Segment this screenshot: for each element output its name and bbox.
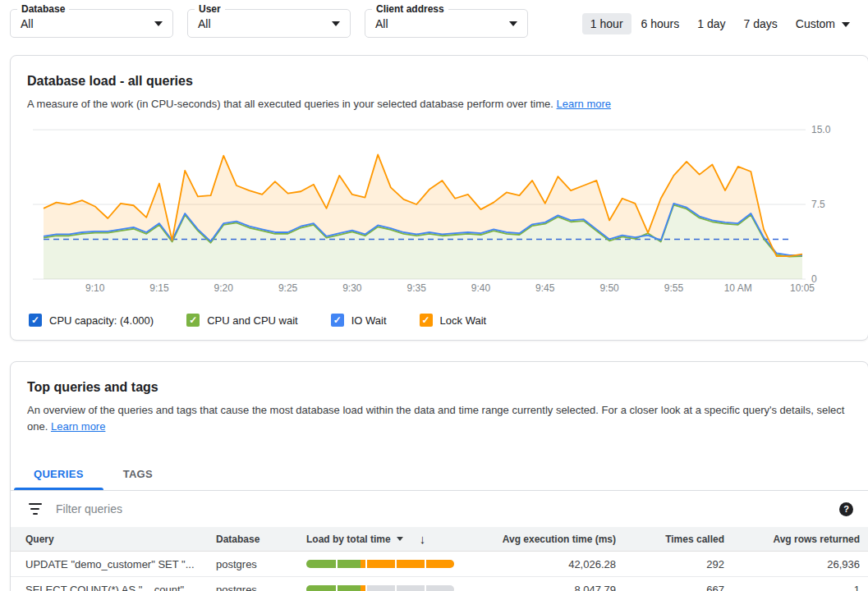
avg-exec-cell: 42,026.28 (480, 558, 616, 570)
chevron-down-icon (154, 21, 163, 26)
checkbox-lock-wait[interactable]: ✓ (420, 314, 433, 327)
legend-lock-wait-label: Lock Wait (440, 314, 487, 327)
svg-text:9:20: 9:20 (214, 282, 234, 294)
filter-queries-input[interactable] (56, 502, 839, 515)
col-header-load-label: Load by total time (306, 534, 391, 545)
client-address-select-value: All (375, 17, 388, 30)
legend-cpu-capacity-label: CPU capacity: (4.000) (49, 314, 154, 327)
col-header-avg-exec[interactable]: Avg execution time (ms) (480, 534, 616, 545)
svg-text:15.0: 15.0 (811, 124, 831, 135)
tab-tags[interactable]: TAGS (103, 458, 172, 490)
col-header-times-called[interactable]: Times called (616, 534, 724, 545)
chevron-down-icon (332, 21, 340, 26)
user-select[interactable]: User All (187, 9, 351, 38)
load-card-description: A measure of the work (in CPU-seconds) t… (27, 96, 852, 112)
tab-bar: QUERIES TAGS (11, 458, 868, 491)
time-range-1-day[interactable]: 1 day (689, 13, 733, 34)
svg-text:9:45: 9:45 (535, 282, 555, 294)
load-cell (306, 560, 480, 568)
legend-cpu-capacity[interactable]: ✓ CPU capacity: (4.000) (29, 314, 154, 327)
database-cell: postgres (216, 584, 306, 591)
database-select-label: Database (17, 3, 69, 15)
tab-queries[interactable]: QUERIES (14, 458, 103, 490)
svg-text:9:50: 9:50 (599, 282, 619, 294)
load-bar-green (306, 560, 361, 568)
svg-text:9:40: 9:40 (471, 282, 491, 294)
chart-legend: ✓ CPU capacity: (4.000) ✓ CPU and CPU wa… (29, 314, 868, 327)
queries-card-description-text: An overview of the queries and tags that… (27, 404, 844, 433)
checkbox-io-wait[interactable]: ✓ (331, 314, 344, 327)
col-header-query[interactable]: Query (25, 534, 216, 545)
avg-exec-cell: 8,047.79 (480, 584, 616, 591)
load-learn-more-link[interactable]: Learn more (557, 98, 611, 110)
query-cell: UPDATE "demo_customer" SET "... (25, 558, 216, 570)
client-address-select-label: Client address (372, 3, 448, 15)
legend-cpu-and-cpu-wait-label: CPU and CPU wait (207, 314, 298, 327)
filter-list-icon (29, 503, 44, 515)
table-header: Query Database Load by total time ↓ Avg … (11, 527, 868, 552)
queries-card-description: An overview of the queries and tags that… (27, 402, 852, 435)
times-called-cell: 292 (616, 558, 724, 570)
chevron-down-icon (509, 21, 517, 26)
svg-text:9:55: 9:55 (664, 282, 684, 294)
database-cell: postgres (216, 558, 306, 570)
table-body: UPDATE "demo_customer" SET "... postgres… (11, 552, 868, 591)
table-row[interactable]: SELECT COUNT(*) AS "__count" ... postgre… (11, 577, 868, 591)
help-icon[interactable]: ? (839, 502, 853, 516)
col-header-avg-rows[interactable]: Avg rows returned (724, 534, 860, 545)
svg-text:9:30: 9:30 (342, 282, 362, 294)
database-select-value: All (21, 17, 34, 30)
top-queries-card: Top queries and tags An overview of the … (10, 361, 868, 591)
load-card-description-text: A measure of the work (in CPU-seconds) t… (27, 98, 553, 110)
time-range-7-days[interactable]: 7 days (736, 13, 786, 34)
times-called-cell: 667 (616, 584, 724, 591)
svg-text:7.5: 7.5 (811, 199, 825, 210)
queries-learn-more-link[interactable]: Learn more (51, 420, 105, 433)
legend-lock-wait[interactable]: ✓ Lock Wait (420, 314, 487, 327)
col-header-database[interactable]: Database (216, 534, 306, 545)
queries-card-title: Top queries and tags (27, 380, 852, 395)
load-bar (306, 560, 454, 568)
query-cell: SELECT COUNT(*) AS "__count" ... (25, 584, 216, 591)
load-chart: 07.515.09:109:159:209:259:309:359:409:45… (11, 119, 867, 296)
svg-text:10:05: 10:05 (790, 282, 815, 294)
time-range-6-hours[interactable]: 6 hours (633, 13, 688, 34)
avg-rows-cell: 1 (724, 584, 860, 591)
user-select-value: All (198, 17, 211, 30)
database-select[interactable]: Database All (10, 9, 173, 38)
svg-text:9:35: 9:35 (406, 282, 426, 294)
client-address-select[interactable]: Client address All (365, 9, 528, 38)
chevron-down-icon (842, 22, 850, 27)
avg-rows-cell: 26,936 (724, 558, 860, 570)
time-range-custom[interactable]: Custom (788, 13, 858, 34)
legend-io-wait-label: IO Wait (351, 314, 387, 327)
load-cell (306, 585, 480, 591)
table-row[interactable]: UPDATE "demo_customer" SET "... postgres… (11, 552, 868, 577)
legend-io-wait[interactable]: ✓ IO Wait (331, 314, 387, 327)
checkbox-cpu-capacity[interactable]: ✓ (29, 314, 42, 327)
filter-bar: Database All User All Client address All… (0, 0, 868, 46)
svg-text:10 AM: 10 AM (724, 282, 752, 294)
load-bar (306, 585, 454, 591)
svg-text:9:10: 9:10 (85, 282, 105, 294)
load-bar-green (306, 585, 361, 591)
filter-row: ? (11, 491, 868, 527)
load-bar-orange (361, 560, 454, 568)
svg-text:9:15: 9:15 (149, 282, 169, 294)
time-range-custom-label: Custom (796, 17, 835, 30)
checkbox-cpu-and-cpu-wait[interactable]: ✓ (186, 314, 200, 327)
svg-text:9:25: 9:25 (278, 282, 298, 294)
time-range-1-hour[interactable]: 1 hour (582, 13, 631, 34)
col-header-load[interactable]: Load by total time ↓ (306, 532, 480, 546)
database-load-card: Database load - all queries A measure of… (10, 55, 868, 341)
load-card-title: Database load - all queries (27, 74, 852, 89)
sort-descending-icon[interactable]: ↓ (420, 532, 426, 546)
time-range-group: 1 hour 6 hours 1 day 7 days Custom (581, 13, 858, 34)
legend-cpu-and-cpu-wait[interactable]: ✓ CPU and CPU wait (186, 314, 298, 327)
metric-dropdown-caret-icon[interactable] (397, 537, 403, 541)
user-select-label: User (195, 3, 225, 15)
